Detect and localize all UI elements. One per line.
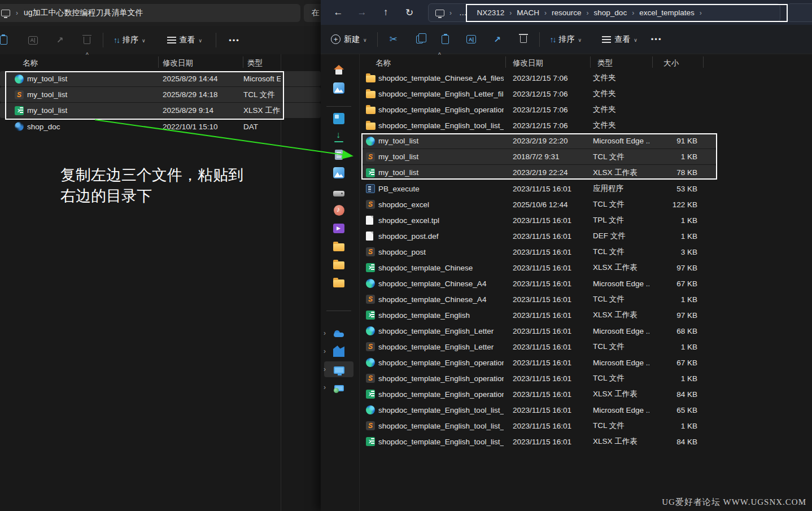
file-row-shopdoc_post[interactable]: Sshopdoc_post2023/11/15 16:01TCL 文件3 KB — [321, 244, 812, 260]
file-cell: 1 KB — [658, 343, 697, 351]
file-cell: 2023/11/15 16:01 — [513, 185, 597, 193]
file-cell: shopdoc_template_English_tool_list_s... — [378, 406, 504, 414]
breadcrumb-NX2312[interactable]: NX2312 — [474, 7, 508, 19]
file-cell: shopdoc_template_Chinese_A4 — [378, 295, 504, 304]
refresh-button[interactable]: ↻ — [400, 4, 419, 21]
file-row-shopdoc_template_Chinese_A4_files[interactable]: shopdoc_template_Chinese_A4_files2023/12… — [321, 70, 812, 86]
paste-button[interactable] — [0, 30, 15, 50]
file-row-my_tool_list[interactable]: my_tool_list2023/2/19 22:20Microsoft Edg… — [363, 133, 716, 149]
right-search-box[interactable] — [787, 3, 812, 22]
file-cell: 1 KB — [658, 152, 697, 161]
up-button[interactable]: ↑ — [376, 4, 395, 21]
file-cell: 2018/7/2 9:31 — [513, 152, 597, 161]
file-cell: 2023/12/15 7:06 — [513, 90, 597, 98]
left-column-date[interactable]: 修改日期 — [163, 58, 193, 68]
breadcrumb-resource[interactable]: resource — [549, 7, 584, 19]
file-row-shopdoc_template_English_Letter_files[interactable]: shopdoc_template_English_Letter_files202… — [321, 86, 812, 102]
right-column-date[interactable]: 修改日期 — [513, 58, 543, 68]
right-column-name[interactable]: 名称 — [376, 58, 391, 68]
file-cell: 68 KB — [658, 327, 697, 335]
file-row-shopdoc_template_English_tool_list_s...[interactable]: shopdoc_template_English_tool_list_s...2… — [321, 117, 812, 133]
file-row-my_tool_list[interactable]: Smy_tool_list2025/8/29 14:18TCL 文件 — [0, 87, 321, 102]
file-cell: 2023/12/15 7:06 — [513, 121, 597, 130]
file-row-my_tool_list[interactable]: Smy_tool_list2018/7/2 9:31TCL 文件1 KB — [363, 149, 716, 164]
forward-button[interactable]: → — [352, 4, 372, 21]
file-row-shopdoc_template_English_tool_list_s...[interactable]: Xshopdoc_template_English_tool_list_s...… — [321, 434, 812, 449]
share-button[interactable]: ↗ — [486, 30, 509, 49]
file-cell: 122 KB — [658, 200, 697, 209]
view-button[interactable]: 查看 ∨ — [161, 35, 208, 45]
folder-file-icon — [366, 75, 376, 82]
chevron-down-icon: ∨ — [199, 38, 203, 43]
breadcrumb-ellipsis[interactable]: … — [457, 8, 469, 17]
file-row-PB_execute[interactable]: PB_execute2023/11/15 16:01应用程序53 KB — [321, 181, 812, 196]
right-address-bar[interactable]: › … NX2312›MACH›resource›shop_doc›excel_… — [428, 3, 780, 22]
breadcrumb-shop_doc[interactable]: shop_doc — [591, 7, 630, 19]
file-cell: 65 KB — [658, 406, 697, 414]
file-row-shopdoc_template_Chinese[interactable]: Xshopdoc_template_Chinese2023/11/15 16:0… — [321, 260, 812, 276]
new-button[interactable]: + 新建 ∨ — [325, 34, 373, 45]
file-cell: my_tool_list — [27, 90, 151, 99]
file-row-shopdoc_template_English_Letter[interactable]: Sshopdoc_template_English_Letter2023/11/… — [321, 339, 812, 355]
left-column-type[interactable]: 类型 — [247, 58, 263, 68]
more-options-button[interactable]: ••• — [643, 35, 670, 43]
file-row-shopdoc_template_English_tool_list_s...[interactable]: shopdoc_template_English_tool_list_s...2… — [321, 402, 812, 418]
sort-button[interactable]: ↑↓ 排序 ∨ — [108, 35, 151, 45]
file-cell: shopdoc_template_English_tool_list_s... — [378, 121, 504, 130]
file-row-shopdoc_template_Chinese_A4[interactable]: Sshopdoc_template_Chinese_A42023/11/15 1… — [321, 291, 812, 307]
edge-file-icon — [15, 75, 24, 84]
file-cell: 2023/11/15 16:01 — [513, 327, 597, 335]
watermark: UG爱好者论坛 WWW.UGSNX.COM — [662, 497, 806, 508]
back-button[interactable]: ← — [329, 4, 348, 21]
paste-icon — [0, 36, 7, 45]
file-row-shopdoc_template_English_operation...[interactable]: shopdoc_template_English_operation...202… — [321, 102, 812, 117]
rename-button[interactable]: A| — [460, 30, 483, 49]
breadcrumb-MACH[interactable]: MACH — [514, 7, 542, 19]
sort-icon: ↑↓ — [113, 36, 119, 45]
file-row-shopdoc_template_English_Letter[interactable]: shopdoc_template_English_Letter2023/11/1… — [321, 323, 812, 339]
left-column-name[interactable]: 名称 — [23, 58, 38, 68]
file-cell: shopdoc_template_Chinese_A4_files — [378, 74, 504, 82]
rename-icon: A| — [28, 36, 38, 45]
file-row-shopdoc_template_English_operation...[interactable]: Xshopdoc_template_English_operation...20… — [321, 386, 812, 402]
more-options-button[interactable]: ••• — [221, 36, 248, 45]
sidebar-item-pictures[interactable] — [324, 165, 353, 181]
file-row-shopdoc_template_English_operation...[interactable]: Sshopdoc_template_English_operation...20… — [321, 370, 812, 386]
file-row-my_tool_list[interactable]: my_tool_list2025/8/29 14:44Microsoft Edg… — [0, 71, 321, 86]
left-address-bar[interactable]: › ug加工中心数控编程刀具清单文件 — [0, 4, 300, 22]
file-row-shopdoc_template_English_operation...[interactable]: shopdoc_template_English_operation...202… — [321, 355, 812, 370]
copy-button[interactable] — [408, 30, 431, 49]
right-column-size[interactable]: 大小 — [663, 58, 679, 68]
file-cell: 1 KB — [658, 422, 697, 430]
file-row-shopdoc_template_Chinese_A4[interactable]: shopdoc_template_Chinese_A42023/11/15 16… — [321, 276, 812, 291]
left-explorer-window: › ug加工中心数控编程刀具清单文件 在 A| ↗ ↑↓ 排序 ∨ 查看 ∨ — [0, 0, 321, 511]
left-address-path[interactable]: ug加工中心数控编程刀具清单文件 — [24, 8, 143, 18]
file-row-shopdoc_excel.tpl[interactable]: shopdoc_excel.tpl2023/11/15 16:01TPL 文件1… — [321, 212, 812, 228]
edge-file-icon — [366, 358, 375, 367]
file-cell: Microsoft Edge ... — [593, 137, 649, 145]
file-cell: 文件夹 — [593, 120, 649, 130]
file-row-shopdoc_excel[interactable]: Sshopdoc_excel2025/10/6 12:44TCL 文件122 K… — [321, 196, 812, 212]
file-cell: PB_execute — [378, 185, 504, 193]
cut-button[interactable]: ✂ — [382, 30, 405, 49]
file-row-shopdoc_post.def[interactable]: shopdoc_post.def2023/11/15 16:01DEF 文件1 … — [321, 228, 812, 244]
file-row-my_tool_list[interactable]: Xmy_tool_list2023/2/19 22:24XLSX 工作表78 K… — [363, 165, 716, 180]
right-column-type[interactable]: 类型 — [597, 58, 613, 68]
file-cell: 1 KB — [658, 216, 697, 225]
breadcrumb-excel_templates[interactable]: excel_templates — [636, 7, 697, 19]
view-button[interactable]: 查看 ∨ — [596, 34, 643, 45]
annotation-note-line2: 右边的目录下 — [60, 186, 264, 207]
sidebar-item-documents[interactable] — [324, 147, 353, 163]
file-row-shopdoc_template_English[interactable]: Xshopdoc_template_English2023/11/15 16:0… — [321, 307, 812, 323]
file-row-shopdoc_template_English_tool_list_s...[interactable]: Sshopdoc_template_English_tool_list_s...… — [321, 418, 812, 434]
delete-button[interactable] — [76, 30, 98, 50]
share-button[interactable]: ↗ — [49, 30, 71, 50]
file-cell: my_tool_list — [378, 152, 504, 161]
rename-button[interactable]: A| — [21, 30, 44, 50]
sort-button[interactable]: ↑↓ 排序 ∨ — [544, 34, 588, 45]
file-row-my_tool_list[interactable]: Xmy_tool_list2025/8/29 9:14XLSX 工作表 — [0, 103, 321, 118]
paste-button[interactable] — [434, 30, 457, 49]
file-row-shop_doc[interactable]: shop_doc2022/10/1 15:10DAT — [0, 119, 321, 134]
delete-button[interactable] — [512, 30, 535, 49]
file-cell: DEF 文件 — [593, 231, 649, 241]
